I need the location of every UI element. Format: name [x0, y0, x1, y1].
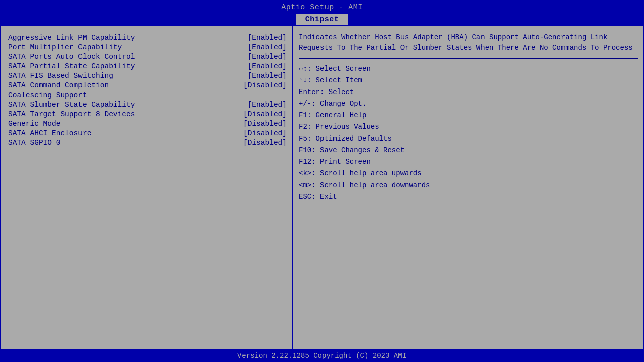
command-item: F1: General Help: [299, 110, 638, 121]
command-item: ↔↕: Select Screen: [299, 63, 638, 75]
divider: [299, 58, 638, 59]
right-panel: Indicates Whether Host Bus Adapter (HBA)…: [293, 26, 643, 349]
setting-row[interactable]: SATA Ports Auto Clock Control[Enabled]: [8, 52, 287, 61]
setting-value: [Enabled]: [248, 62, 287, 70]
command-item: ESC: Exit: [299, 191, 638, 203]
setting-value: [Enabled]: [248, 43, 287, 51]
setting-name: SATA Slumber State Capability: [8, 101, 135, 109]
content-wrapper: Aggressive Link PM Capability[Enabled]Po…: [0, 25, 644, 350]
command-item: ↑↓: Select Item: [299, 75, 638, 86]
setting-value: [Enabled]: [248, 34, 287, 42]
command-item: F12: Print Screen: [299, 156, 638, 168]
setting-row[interactable]: Port Multiplier Capability[Enabled]: [8, 43, 287, 52]
setting-name: Port Multiplier Capability: [8, 43, 122, 51]
setting-row[interactable]: Aggressive Link PM Capability[Enabled]: [8, 33, 287, 42]
setting-value: [Disabled]: [243, 129, 287, 137]
setting-value: [Enabled]: [248, 72, 287, 80]
command-item: Enter: Select: [299, 86, 638, 98]
commands-list: ↔↕: Select Screen↑↓: Select ItemEnter: S…: [299, 63, 638, 203]
setting-value: [Disabled]: [243, 139, 287, 147]
setting-name: SATA SGPIO 0: [8, 139, 60, 147]
footer: Version 2.22.1285 Copyright (C) 2023 AMI: [0, 350, 644, 362]
version-text: Version 2.22.1285 Copyright (C) 2023 AMI: [237, 352, 407, 360]
command-item: +/-: Change Opt.: [299, 98, 638, 110]
app-title: Aptio Setup - AMI: [0, 2, 644, 13]
setting-name: SATA Target Support 8 Devices: [8, 110, 135, 118]
setting-row[interactable]: SATA SGPIO 0[Disabled]: [8, 138, 287, 147]
setting-row[interactable]: Generic Mode[Disabled]: [8, 119, 287, 128]
command-item: F2: Previous Values: [299, 121, 638, 133]
setting-value: [Disabled]: [243, 81, 287, 89]
setting-name: Coalescing Support: [8, 91, 87, 99]
setting-name: SATA Partial State Capability: [8, 62, 135, 70]
setting-value: [Enabled]: [248, 101, 287, 109]
setting-row[interactable]: SATA Target Support 8 Devices[Disabled]: [8, 110, 287, 119]
setting-name: Aggressive Link PM Capability: [8, 34, 135, 42]
setting-row[interactable]: SATA Partial State Capability[Enabled]: [8, 62, 287, 71]
setting-name: SATA Ports Auto Clock Control: [8, 53, 135, 61]
command-item: <k>: Scroll help area upwards: [299, 168, 638, 179]
setting-row[interactable]: Coalescing Support: [8, 90, 287, 100]
setting-row[interactable]: SATA Command Completion[Disabled]: [8, 81, 287, 90]
setting-row[interactable]: SATA FIS Based Switching[Enabled]: [8, 71, 287, 80]
tab-bar: Chipset: [0, 14, 644, 25]
setting-name: Generic Mode: [8, 120, 60, 128]
setting-value: [Disabled]: [243, 120, 287, 128]
help-text: Indicates Whether Host Bus Adapter (HBA)…: [299, 32, 638, 53]
command-item: F5: Optimized Defaults: [299, 133, 638, 145]
command-item: <m>: Scroll help area downwards: [299, 179, 638, 191]
setting-row[interactable]: SATA Slumber State Capability[Enabled]: [8, 100, 287, 109]
tab-chipset[interactable]: Chipset: [296, 14, 349, 25]
setting-value: [Disabled]: [243, 110, 287, 118]
setting-name: SATA AHCI Enclosure: [8, 129, 91, 137]
header: Aptio Setup - AMI Chipset: [0, 0, 644, 25]
setting-row[interactable]: SATA AHCI Enclosure[Disabled]: [8, 129, 287, 138]
command-item: F10: Save Changes & Reset: [299, 145, 638, 156]
main-panel: Aggressive Link PM Capability[Enabled]Po…: [0, 25, 644, 350]
left-panel: Aggressive Link PM Capability[Enabled]Po…: [1, 26, 293, 349]
setting-name: SATA FIS Based Switching: [8, 72, 113, 80]
setting-value: [Enabled]: [248, 53, 287, 61]
setting-name: SATA Command Completion: [8, 81, 109, 89]
